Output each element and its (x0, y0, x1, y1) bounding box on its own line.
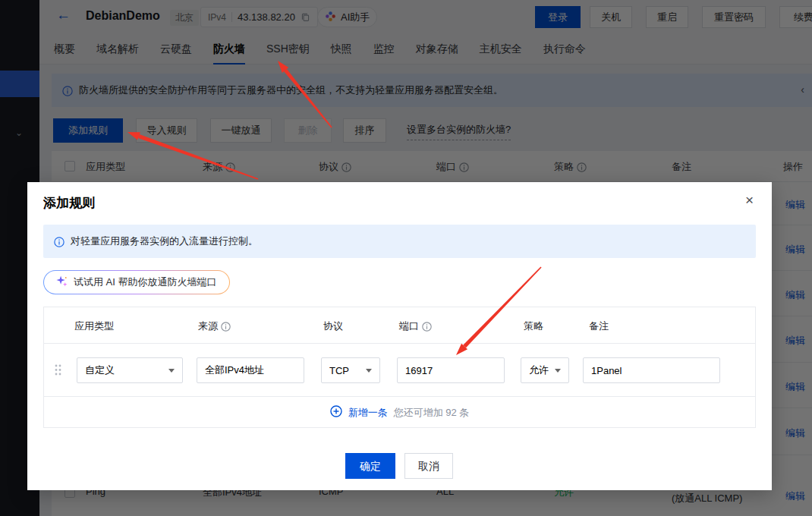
add-row: 新增一条 您还可增加 92 条 (44, 397, 755, 428)
info-icon[interactable] (221, 322, 231, 332)
rule-edit-row: 自定义 TCP 允许 (44, 344, 755, 397)
info-icon[interactable] (422, 322, 432, 332)
plus-circle-icon[interactable] (330, 405, 342, 420)
col-port: 端口 (399, 319, 432, 333)
policy-select[interactable]: 允许 (521, 357, 569, 383)
sparkle-icon (56, 275, 68, 289)
col-app-type: 应用类型 (74, 319, 114, 333)
cancel-button[interactable]: 取消 (404, 453, 453, 479)
chevron-down-icon (366, 369, 372, 373)
col-policy: 策略 (524, 319, 543, 333)
confirm-button[interactable]: 确定 (345, 453, 395, 479)
app-type-select[interactable]: 自定义 (77, 357, 183, 383)
source-input[interactable] (197, 357, 304, 383)
col-protocol: 协议 (323, 319, 343, 333)
chevron-down-icon (168, 369, 175, 373)
col-remark: 备注 (589, 319, 609, 333)
chevron-down-icon (555, 369, 561, 373)
info-icon (54, 237, 64, 247)
close-icon[interactable]: × (745, 193, 754, 207)
add-remaining-hint: 您还可增加 92 条 (394, 406, 470, 420)
screen: ⌄ ← DebianDemo 北京 IPv4 43.138.82.20 AI助手… (0, 0, 812, 516)
modal-title: 添加规则 (43, 194, 95, 212)
col-source: 来源 (198, 319, 231, 333)
modal-notice-banner: 对轻量应用服务器实例的入流量进行控制。 (43, 225, 756, 258)
modal-notice-text: 对轻量应用服务器实例的入流量进行控制。 (71, 234, 258, 248)
port-input[interactable] (397, 357, 505, 383)
remark-input[interactable] (583, 357, 720, 383)
drag-handle-icon[interactable] (55, 364, 61, 378)
add-rule-modal: 添加规则 × 对轻量应用服务器实例的入流量进行控制。 试试用 AI 帮助你放通防… (27, 182, 772, 490)
ai-button-label: 试试用 AI 帮助你放通防火墙端口 (74, 275, 217, 289)
modal-rule-table: 应用类型 来源 协议 端口 策略 备注 自定义 TCP (43, 307, 756, 428)
protocol-select[interactable]: TCP (321, 357, 380, 383)
modal-table-header: 应用类型 来源 协议 端口 策略 备注 (44, 307, 755, 344)
ai-firewall-helper-button[interactable]: 试试用 AI 帮助你放通防火墙端口 (43, 270, 230, 294)
add-one-more-link[interactable]: 新增一条 (348, 406, 388, 420)
